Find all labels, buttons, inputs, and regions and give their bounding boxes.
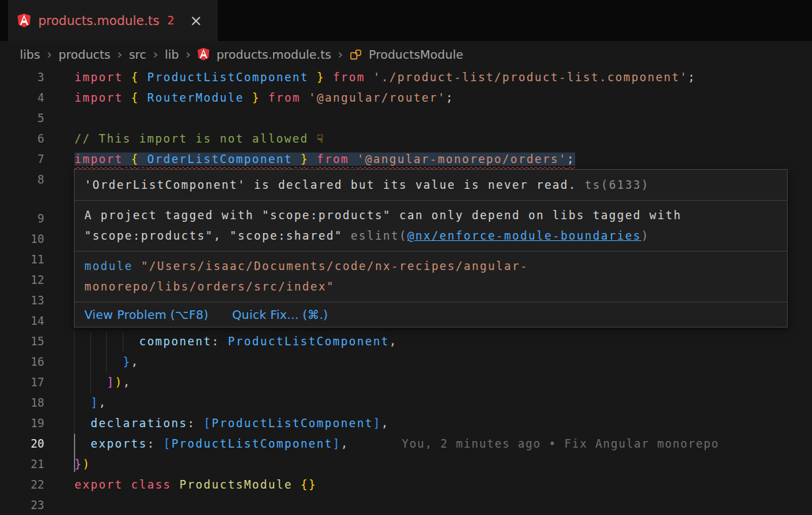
error-squiggle-range: import { OrderListComponent } from '@ang… [75,153,575,166]
module-info-line1: module "/Users/isaac/Documents/code/nx-r… [84,256,777,277]
close-icon[interactable]: × [189,13,202,28]
line-number-21[interactable]: 21 [0,454,44,475]
breadcrumb-src[interactable]: src [129,48,146,61]
line-number-20[interactable]: 20 [0,434,44,454]
chevron-right-icon: › [338,46,343,62]
class-symbol-icon [350,48,362,61]
breadcrumb-symbol[interactable]: ProductsModule [369,48,463,61]
line-number-19[interactable]: 19 [0,413,44,434]
line-number-4[interactable]: 4 [0,88,44,108]
code-line-text: }) [75,454,91,475]
chevron-right-icon: › [117,46,122,62]
hover-ts-diagnostic: 'OrderListComponent' is declared but its… [75,170,787,200]
tab-title: products.module.ts [38,13,160,28]
indent-guide [123,331,123,352]
quick-fix-action[interactable]: Quick Fix... (⌘.) [232,308,328,322]
code-line-text: import { ProductListComponent } from './… [75,67,696,88]
indent-guide [106,331,107,372]
chevron-right-icon: › [153,46,158,62]
code-line-6[interactable]: 6// This import is not allowed ☟ [0,129,812,149]
code-line-20[interactable]: 20 exports: [ProductListComponent],You, … [0,434,812,454]
hover-module-info: module "/Users/isaac/Documents/code/nx-r… [75,252,787,302]
code-line-text: declarations: [ProductListComponent], [75,413,389,434]
hover-eslint-diagnostic: A project tagged with "scope:products" c… [75,201,787,251]
code-line-23[interactable]: 23 [0,495,812,515]
line-number-12[interactable]: 12 [0,270,44,291]
indent-guide-active [74,434,75,472]
code-line-5[interactable]: 5 [0,108,812,129]
line-number-16[interactable]: 16 [0,352,44,372]
line-number-22[interactable]: 22 [0,475,44,495]
indent-guide [90,331,91,393]
code-line-22[interactable]: 22export class ProductsModule {} [0,475,812,495]
line-number-14[interactable]: 14 [0,311,44,331]
breadcrumb-lib[interactable]: lib [165,48,179,61]
line-number-8[interactable]: 8 [0,170,44,190]
module-keyword: module [84,259,133,273]
chevron-right-icon: › [185,46,191,62]
code-line-15[interactable]: 15 component: ProductListComponent, [0,331,812,352]
breadcrumb: libs › products › src › lib › products.m… [0,41,812,67]
code-line-18[interactable]: 18 ], [0,393,812,413]
ts-diagnostic-message: 'OrderListComponent' is declared but its… [84,178,577,191]
angular-file-icon [197,48,210,61]
code-line-text: // This import is not allowed ☟ [75,129,325,149]
code-line-17[interactable]: 17 ]), [0,372,812,393]
line-number-3[interactable]: 3 [0,67,44,88]
diagnostic-hover-popup: 'OrderListComponent' is declared but its… [74,169,788,327]
line-number-5[interactable]: 5 [0,108,44,129]
view-problem-action[interactable]: View Problem (⌥F8) [84,308,208,322]
line-number-6[interactable]: 6 [0,129,44,149]
git-blame-annotation: You, 2 minutes ago • Fix Angular monorep… [402,437,719,450]
eslint-message-line2: "scope:products", "scope:shared" eslint(… [84,226,777,246]
code-line-7[interactable]: 7import { OrderListComponent } from '@an… [0,149,812,170]
line-number-13[interactable]: 13 [0,291,44,311]
breadcrumb-libs[interactable]: libs [20,48,40,61]
code-line-text: export class ProductsModule {} [75,475,317,495]
breadcrumb-products[interactable]: products [59,48,111,61]
code-line-text: exports: [ProductListComponent],You, 2 m… [75,434,719,454]
tab-problems-badge: 2 [168,14,175,27]
code-line-text: import { OrderListComponent } from '@ang… [75,149,575,170]
module-info-line2: monorepo/libs/orders/src/index" [84,277,777,297]
line-number-15[interactable]: 15 [0,331,44,352]
code-line-text: import { RouterModule } from '@angular/r… [75,88,454,108]
eslint-rule-link[interactable]: @nx/enforce-module-boundaries [407,229,641,242]
code-line-16[interactable]: 16 }, [0,352,812,372]
line-number-11[interactable]: 11 [0,250,44,270]
code-line-19[interactable]: 19 declarations: [ProductListComponent], [0,413,812,434]
code-line-text: ], [75,393,107,413]
code-line-21[interactable]: 21}) [0,454,812,475]
code-editor[interactable]: 3import { ProductListComponent } from '.… [0,67,812,515]
line-number-7[interactable]: 7 [0,149,44,170]
line-number-18[interactable]: 18 [0,393,44,413]
breadcrumb-file[interactable]: products.module.ts [216,48,331,61]
code-line-3[interactable]: 3import { ProductListComponent } from '.… [0,67,812,88]
ts-diagnostic-code: ts(6133) [585,178,650,191]
line-number-17[interactable]: 17 [0,372,44,393]
hover-status-bar: View Problem (⌥F8) Quick Fix... (⌘.) [75,302,787,327]
chevron-right-icon: › [47,46,52,62]
tab-products-module[interactable]: products.module.ts 2 × [8,0,218,41]
code-line-4[interactable]: 4import { RouterModule } from '@angular/… [0,88,812,108]
eslint-message-line1: A project tagged with "scope:products" c… [84,205,777,226]
line-number-10[interactable]: 10 [0,229,44,250]
line-number-9[interactable]: 9 [0,209,44,229]
code-line-text: ]), [75,372,131,393]
line-number-23[interactable]: 23 [0,495,44,515]
tab-bar: products.module.ts 2 × [0,0,812,41]
indent-guide [74,331,75,434]
angular-file-icon [17,13,31,28]
